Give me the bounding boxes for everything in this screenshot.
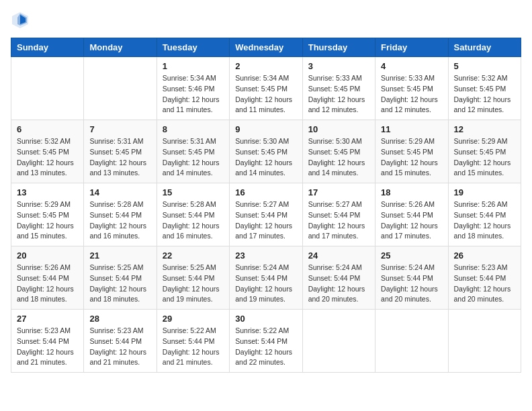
day-number-24: 24 (308, 250, 369, 261)
calendar-cell-w4-d4: 24Sunrise: 5:24 AMSunset: 5:44 PMDayligh… (302, 246, 375, 310)
calendar-cell-w5-d1: 28Sunrise: 5:23 AMSunset: 5:44 PMDayligh… (84, 310, 157, 373)
calendar-cell-w2-d1: 7Sunrise: 5:31 AMSunset: 5:45 PMDaylight… (84, 120, 157, 183)
day-info-28: Sunrise: 5:23 AMSunset: 5:44 PMDaylight:… (89, 326, 150, 368)
day-info-25: Sunrise: 5:24 AMSunset: 5:44 PMDaylight:… (381, 263, 442, 305)
day-number-8: 8 (163, 124, 224, 134)
header-thursday: Thursday (302, 38, 375, 57)
day-number-7: 7 (89, 124, 150, 134)
calendar-cell-w5-d2: 29Sunrise: 5:22 AMSunset: 5:44 PMDayligh… (157, 310, 229, 373)
calendar-cell-w3-d3: 16Sunrise: 5:27 AMSunset: 5:44 PMDayligh… (230, 183, 302, 246)
header-friday: Friday (375, 38, 448, 57)
day-info-8: Sunrise: 5:31 AMSunset: 5:45 PMDaylight:… (163, 136, 224, 179)
week-row-2: 6Sunrise: 5:32 AMSunset: 5:45 PMDaylight… (11, 120, 521, 183)
calendar-cell-w5-d5 (375, 310, 448, 373)
calendar-cell-w1-d2: 1Sunrise: 5:34 AMSunset: 5:46 PMDaylight… (157, 57, 229, 120)
calendar-cell-w5-d3: 30Sunrise: 5:22 AMSunset: 5:44 PMDayligh… (230, 310, 302, 373)
calendar-cell-w1-d5: 4Sunrise: 5:33 AMSunset: 5:45 PMDaylight… (375, 57, 448, 120)
calendar-cell-w4-d0: 20Sunrise: 5:26 AMSunset: 5:44 PMDayligh… (11, 246, 84, 310)
calendar-cell-w2-d2: 8Sunrise: 5:31 AMSunset: 5:45 PMDaylight… (157, 120, 229, 183)
logo-icon (11, 11, 30, 30)
day-info-19: Sunrise: 5:26 AMSunset: 5:44 PMDaylight:… (454, 199, 515, 242)
calendar-cell-w3-d4: 17Sunrise: 5:27 AMSunset: 5:44 PMDayligh… (302, 183, 375, 246)
day-number-25: 25 (381, 250, 442, 261)
header-wednesday: Wednesday (230, 38, 302, 57)
calendar-cell-w4-d1: 21Sunrise: 5:25 AMSunset: 5:44 PMDayligh… (84, 246, 157, 310)
day-number-20: 20 (17, 250, 78, 261)
day-info-6: Sunrise: 5:32 AMSunset: 5:45 PMDaylight:… (17, 136, 78, 179)
header-monday: Monday (84, 38, 157, 57)
day-info-7: Sunrise: 5:31 AMSunset: 5:45 PMDaylight:… (89, 136, 150, 179)
day-number-26: 26 (454, 250, 515, 261)
day-info-16: Sunrise: 5:27 AMSunset: 5:44 PMDaylight:… (235, 199, 296, 242)
header-sunday: Sunday (11, 38, 84, 57)
calendar-cell-w1-d3: 2Sunrise: 5:34 AMSunset: 5:45 PMDaylight… (230, 57, 302, 120)
calendar-cell-w3-d6: 19Sunrise: 5:26 AMSunset: 5:44 PMDayligh… (448, 183, 521, 246)
calendar-cell-w4-d3: 23Sunrise: 5:24 AMSunset: 5:44 PMDayligh… (230, 246, 302, 310)
day-number-13: 13 (17, 187, 78, 197)
calendar-cell-w1-d0 (11, 57, 84, 120)
calendar-cell-w2-d3: 9Sunrise: 5:30 AMSunset: 5:45 PMDaylight… (230, 120, 302, 183)
day-info-1: Sunrise: 5:34 AMSunset: 5:46 PMDaylight:… (163, 73, 224, 116)
logo (11, 11, 31, 30)
day-info-2: Sunrise: 5:34 AMSunset: 5:45 PMDaylight:… (235, 73, 296, 116)
day-number-29: 29 (163, 314, 224, 324)
calendar-cell-w3-d2: 15Sunrise: 5:28 AMSunset: 5:44 PMDayligh… (157, 183, 229, 246)
calendar-cell-w2-d6: 12Sunrise: 5:29 AMSunset: 5:45 PMDayligh… (448, 120, 521, 183)
day-info-20: Sunrise: 5:26 AMSunset: 5:44 PMDaylight:… (17, 263, 78, 305)
day-info-21: Sunrise: 5:25 AMSunset: 5:44 PMDaylight:… (89, 263, 150, 305)
day-number-12: 12 (454, 124, 515, 134)
header-tuesday: Tuesday (157, 38, 229, 57)
weekday-header-row: Sunday Monday Tuesday Wednesday Thursday… (11, 38, 521, 57)
day-info-23: Sunrise: 5:24 AMSunset: 5:44 PMDaylight:… (235, 263, 296, 305)
calendar-cell-w1-d1 (84, 57, 157, 120)
day-number-28: 28 (89, 314, 150, 324)
day-info-17: Sunrise: 5:27 AMSunset: 5:44 PMDaylight:… (308, 199, 369, 242)
day-number-21: 21 (89, 250, 150, 261)
calendar-cell-w5-d0: 27Sunrise: 5:23 AMSunset: 5:44 PMDayligh… (11, 310, 84, 373)
day-number-2: 2 (235, 61, 296, 71)
day-number-10: 10 (308, 124, 369, 134)
day-number-22: 22 (163, 250, 224, 261)
day-info-12: Sunrise: 5:29 AMSunset: 5:45 PMDaylight:… (454, 136, 515, 179)
header-saturday: Saturday (448, 38, 521, 57)
day-number-16: 16 (235, 187, 296, 197)
calendar-cell-w4-d5: 25Sunrise: 5:24 AMSunset: 5:44 PMDayligh… (375, 246, 448, 310)
calendar-cell-w3-d1: 14Sunrise: 5:28 AMSunset: 5:44 PMDayligh… (84, 183, 157, 246)
day-info-11: Sunrise: 5:29 AMSunset: 5:45 PMDaylight:… (381, 136, 442, 179)
calendar-cell-w2-d0: 6Sunrise: 5:32 AMSunset: 5:45 PMDaylight… (11, 120, 84, 183)
day-number-6: 6 (17, 124, 78, 134)
day-info-9: Sunrise: 5:30 AMSunset: 5:45 PMDaylight:… (235, 136, 296, 179)
calendar-cell-w5-d4 (302, 310, 375, 373)
day-number-18: 18 (381, 187, 442, 197)
week-row-3: 13Sunrise: 5:29 AMSunset: 5:45 PMDayligh… (11, 183, 521, 246)
day-info-15: Sunrise: 5:28 AMSunset: 5:44 PMDaylight:… (163, 199, 224, 242)
calendar-cell-w2-d4: 10Sunrise: 5:30 AMSunset: 5:45 PMDayligh… (302, 120, 375, 183)
day-info-29: Sunrise: 5:22 AMSunset: 5:44 PMDaylight:… (163, 326, 224, 368)
calendar-cell-w2-d5: 11Sunrise: 5:29 AMSunset: 5:45 PMDayligh… (375, 120, 448, 183)
day-info-14: Sunrise: 5:28 AMSunset: 5:44 PMDaylight:… (89, 199, 150, 242)
week-row-1: 1Sunrise: 5:34 AMSunset: 5:46 PMDaylight… (11, 57, 521, 120)
day-info-13: Sunrise: 5:29 AMSunset: 5:45 PMDaylight:… (17, 199, 78, 242)
day-number-23: 23 (235, 250, 296, 261)
calendar-cell-w3-d5: 18Sunrise: 5:26 AMSunset: 5:44 PMDayligh… (375, 183, 448, 246)
day-info-24: Sunrise: 5:24 AMSunset: 5:44 PMDaylight:… (308, 263, 369, 305)
day-info-30: Sunrise: 5:22 AMSunset: 5:44 PMDaylight:… (235, 326, 296, 368)
day-number-5: 5 (454, 61, 515, 71)
day-number-30: 30 (235, 314, 296, 324)
day-info-4: Sunrise: 5:33 AMSunset: 5:45 PMDaylight:… (381, 73, 442, 116)
calendar-cell-w1-d6: 5Sunrise: 5:32 AMSunset: 5:45 PMDaylight… (448, 57, 521, 120)
day-number-3: 3 (308, 61, 369, 71)
day-number-19: 19 (454, 187, 515, 197)
calendar-table: Sunday Monday Tuesday Wednesday Thursday… (11, 38, 521, 373)
week-row-4: 20Sunrise: 5:26 AMSunset: 5:44 PMDayligh… (11, 246, 521, 310)
day-info-26: Sunrise: 5:23 AMSunset: 5:44 PMDaylight:… (454, 263, 515, 305)
day-number-15: 15 (163, 187, 224, 197)
calendar-cell-w4-d2: 22Sunrise: 5:25 AMSunset: 5:44 PMDayligh… (157, 246, 229, 310)
week-row-5: 27Sunrise: 5:23 AMSunset: 5:44 PMDayligh… (11, 310, 521, 373)
calendar-cell-w3-d0: 13Sunrise: 5:29 AMSunset: 5:45 PMDayligh… (11, 183, 84, 246)
day-info-3: Sunrise: 5:33 AMSunset: 5:45 PMDaylight:… (308, 73, 369, 116)
calendar-body: 1Sunrise: 5:34 AMSunset: 5:46 PMDaylight… (11, 57, 521, 373)
day-info-18: Sunrise: 5:26 AMSunset: 5:44 PMDaylight:… (381, 199, 442, 242)
day-info-5: Sunrise: 5:32 AMSunset: 5:45 PMDaylight:… (454, 73, 515, 116)
day-info-10: Sunrise: 5:30 AMSunset: 5:45 PMDaylight:… (308, 136, 369, 179)
